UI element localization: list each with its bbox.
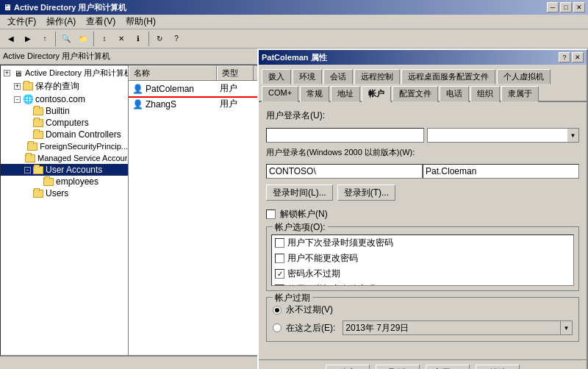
delete-button[interactable]: ✕: [113, 31, 129, 47]
logon-old-value-input[interactable]: [423, 164, 579, 179]
tree-item-root[interactable]: + 🖥 Active Directory 用户和计算机: [1, 67, 128, 79]
address-bar: Active Directory 用户和计算机: [0, 49, 261, 65]
cancel-button[interactable]: 取消: [376, 365, 420, 369]
ok-button[interactable]: 确定: [326, 365, 370, 369]
logon-domain-arrow[interactable]: ▼: [567, 128, 579, 143]
folder-icon-builtin: [32, 106, 44, 116]
tree-item-fsp[interactable]: ForeignSecurityPrincip...: [1, 140, 128, 152]
help-toolbar-button[interactable]: ?: [168, 31, 184, 47]
tree-label-contoso: contoso.com: [35, 94, 85, 104]
header-name[interactable]: 名称: [129, 65, 217, 80]
menu-view[interactable]: 查看(V): [82, 15, 120, 29]
tree-item-computers[interactable]: Computers: [1, 117, 128, 129]
tree-item-contoso[interactable]: - 🌐 contoso.com: [1, 93, 128, 105]
tree-view[interactable]: + 🖥 Active Directory 用户和计算机 + 保存的查询 - 🌐 …: [0, 65, 129, 356]
tree-item-employees[interactable]: employees: [1, 176, 128, 187]
dialog-title: PatColeman 属性: [262, 52, 327, 63]
expires-date-input[interactable]: [343, 320, 561, 335]
tree-item-msa[interactable]: Managed Service Accour...: [1, 152, 128, 164]
properties-button[interactable]: ℹ: [130, 31, 146, 47]
back-button[interactable]: ◀: [3, 31, 19, 47]
expires-never-radio[interactable]: [273, 306, 282, 315]
expires-after-radio[interactable]: [273, 323, 282, 332]
menu-bar: 文件(F) 操作(A) 查看(V) 帮助(H): [0, 15, 588, 29]
tree-label-computers: Computers: [46, 118, 89, 128]
expand-icon-contoso[interactable]: -: [14, 96, 21, 103]
list-row-zhang[interactable]: 👤 ZhangS 用户: [129, 96, 260, 112]
logon-btns-row: 登录时间(L)... 登录到(T)...: [266, 184, 579, 201]
refresh-button[interactable]: ↻: [151, 31, 168, 47]
tab-account[interactable]: 帐户: [362, 86, 391, 102]
apply-button[interactable]: 应用(A): [426, 365, 470, 369]
menu-action[interactable]: 操作(A): [42, 15, 80, 29]
logon-old-prefix-input[interactable]: [266, 164, 423, 179]
domain-icon-contoso: 🌐: [22, 94, 34, 104]
tab-env[interactable]: 环境: [293, 69, 322, 85]
computer-icon-root: 🖥: [12, 68, 24, 79]
maximize-button[interactable]: □: [560, 2, 572, 12]
header-type[interactable]: 类型: [217, 65, 254, 80]
menu-file[interactable]: 文件(F): [3, 15, 40, 29]
minimize-button[interactable]: ─: [547, 2, 559, 12]
tree-item-users[interactable]: Users: [1, 187, 128, 199]
tab-general[interactable]: 常规: [300, 86, 329, 102]
tree-label-root: Active Directory 用户和计算机: [25, 68, 129, 79]
split-pane: + 🖥 Active Directory 用户和计算机 + 保存的查询 - 🌐 …: [0, 65, 261, 356]
folder-icon-computers: [32, 118, 44, 128]
menu-help[interactable]: 帮助(H): [121, 15, 160, 29]
tab-address[interactable]: 地址: [331, 86, 360, 102]
tab-org[interactable]: 组织: [470, 86, 500, 102]
tree-item-user-accounts[interactable]: - User Accounts: [1, 164, 128, 176]
expand-icon-ua[interactable]: -: [24, 167, 31, 173]
list-view[interactable]: 名称 类型 👤 PatColeman 用户 👤 ZhangS: [129, 65, 261, 356]
tree-item-saved[interactable]: + 保存的查询: [1, 79, 128, 93]
option-check-2[interactable]: ✓: [275, 269, 284, 279]
option-row-2: ✓ 密码永不过期: [272, 266, 573, 282]
tab-rds-profile[interactable]: 远程桌面服务配置文件: [401, 69, 495, 85]
tab-profile[interactable]: 配置文件: [392, 86, 438, 102]
close-button[interactable]: ✕: [573, 2, 585, 12]
expires-title: 帐户过期: [273, 292, 312, 304]
toolbar-separator-3: [148, 32, 149, 46]
toolbar: ◀ ▶ ↑ 🔍 📁 ↕ ✕ ℹ ↻ ?: [0, 29, 588, 49]
logon-time-button[interactable]: 登录时间(L)...: [266, 184, 333, 201]
tree-item-dc[interactable]: Domain Controllers: [1, 129, 128, 140]
toolbar-separator-2: [93, 32, 94, 46]
option-row-3: 使用可逆加密存储密码: [272, 282, 573, 286]
folder-button[interactable]: 📁: [75, 31, 91, 47]
account-options-list[interactable]: 用户下次登录时须更改密码 用户不能更改密码 ✓ 密码永不过期 使用可逆加密存储密…: [271, 234, 574, 286]
logon-name-input[interactable]: [266, 128, 424, 143]
toolbar-separator-1: [55, 32, 56, 46]
up-button[interactable]: ↑: [37, 31, 53, 47]
pat-name: PatColeman: [146, 84, 194, 94]
tab-remote-control[interactable]: 远程控制: [354, 69, 400, 85]
dialog-help-footer-button[interactable]: 帮助: [476, 365, 520, 369]
user-icon-zhang: 👤: [132, 99, 143, 110]
logon-name-label: 用户登录名(U):: [266, 110, 413, 122]
expires-date-arrow[interactable]: ▼: [561, 320, 573, 335]
dialog-help-button[interactable]: ?: [559, 52, 570, 62]
option-check-1[interactable]: [275, 254, 284, 263]
expand-icon-root[interactable]: +: [4, 70, 10, 76]
tab-com[interactable]: COM+: [262, 86, 298, 102]
search-button[interactable]: 🔍: [58, 31, 74, 47]
move-button[interactable]: ↕: [96, 31, 112, 47]
forward-button[interactable]: ▶: [20, 31, 36, 47]
tab-phone[interactable]: 电话: [440, 86, 469, 102]
list-row-pat[interactable]: 👤 PatColeman 用户: [129, 81, 260, 96]
logon-domain-input[interactable]: [427, 128, 567, 143]
tab-session[interactable]: 会话: [323, 69, 353, 85]
tab-dialin[interactable]: 拨入: [262, 69, 291, 85]
logon-to-button[interactable]: 登录到(T)...: [337, 184, 395, 201]
account-expires-groupbox: 帐户过期 永不过期(V) 在这之后(E): ▼: [266, 297, 579, 342]
unlock-checkbox[interactable]: [266, 209, 276, 219]
option-check-0[interactable]: [275, 238, 284, 248]
folder-icon-msa: [24, 153, 36, 163]
option-check-3[interactable]: [275, 284, 284, 286]
tree-item-builtin[interactable]: Builtin: [1, 105, 128, 117]
expand-icon-saved[interactable]: +: [14, 83, 21, 90]
tab-member-of[interactable]: 隶属于: [501, 86, 539, 102]
dialog-close-button[interactable]: ✕: [572, 52, 584, 62]
tab-personal-vm[interactable]: 个人虚拟机: [497, 69, 551, 85]
logon-old-row: [266, 164, 579, 179]
